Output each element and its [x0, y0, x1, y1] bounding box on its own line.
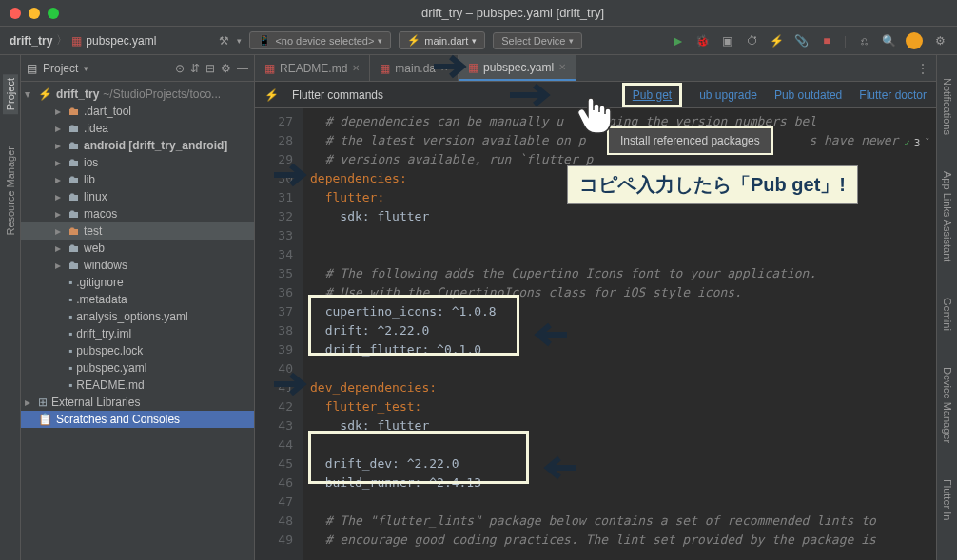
- close-tab-icon[interactable]: ✕: [440, 63, 448, 73]
- app-links-tab[interactable]: App Links Assistant: [940, 167, 955, 265]
- editor-tab[interactable]: ▦main.da✕: [370, 55, 459, 81]
- code-line[interactable]: drift_flutter: ^0.1.0: [310, 340, 936, 359]
- user-avatar[interactable]: [906, 32, 923, 49]
- tree-item[interactable]: ▸🖿linux: [21, 188, 254, 205]
- close-window-button[interactable]: [10, 8, 21, 19]
- code-line[interactable]: [310, 435, 936, 454]
- tree-item[interactable]: ▪pubspec.lock: [21, 342, 254, 359]
- code-line[interactable]: # Use with the CupertinoIcons class for …: [310, 283, 936, 302]
- tree-item[interactable]: ▸🖿web: [21, 240, 254, 257]
- analysis-badge[interactable]: ✓ 3 ˇ: [904, 137, 930, 149]
- attach-button[interactable]: 📎: [794, 33, 810, 48]
- code-line[interactable]: sdk: flutter: [310, 416, 936, 435]
- device-manager-tab[interactable]: Device Manager: [940, 363, 955, 447]
- pub-get-button[interactable]: Pub get: [622, 83, 682, 107]
- run-button[interactable]: ▶: [671, 33, 686, 48]
- line-number: 39: [255, 340, 293, 359]
- check-icon: ✓: [904, 137, 910, 149]
- tree-item[interactable]: ▸🖿macos: [21, 205, 254, 222]
- tooltip-text: Install referenced packages: [620, 134, 760, 147]
- code-line[interactable]: flutter_test:: [310, 397, 936, 416]
- line-number: 48: [255, 512, 293, 531]
- tree-item[interactable]: ▪.metadata: [21, 291, 254, 308]
- folder-icon: 🖿: [68, 105, 80, 118]
- expand-all-icon[interactable]: ⇵: [190, 62, 200, 75]
- maximize-window-button[interactable]: [48, 8, 59, 19]
- code-line[interactable]: build_runner: ^2.4.13: [310, 473, 936, 492]
- notifications-tab[interactable]: Notifications: [940, 74, 955, 139]
- tree-item[interactable]: ▪analysis_options.yaml: [21, 308, 254, 325]
- search-button[interactable]: 🔍: [881, 33, 896, 48]
- code-line[interactable]: dev_dependencies:: [310, 378, 936, 397]
- code-line[interactable]: # The "flutter_lints" package below cont…: [310, 512, 936, 531]
- gemini-tab[interactable]: Gemini: [940, 294, 955, 335]
- project-view-mode[interactable]: Project: [43, 62, 78, 75]
- code-line[interactable]: # encourage good coding practices. The l…: [310, 531, 936, 550]
- code-line[interactable]: drift_dev: ^2.22.0: [310, 454, 936, 473]
- hide-icon[interactable]: —: [237, 62, 248, 75]
- chevron-down-icon[interactable]: ▾: [84, 64, 88, 73]
- settings-icon[interactable]: ⚙: [221, 62, 231, 75]
- tree-item[interactable]: ▪.gitignore: [21, 274, 254, 291]
- code-line[interactable]: sdk: flutter: [310, 207, 936, 226]
- close-tab-icon[interactable]: ✕: [558, 62, 566, 72]
- line-number: 45: [255, 454, 293, 473]
- tree-item[interactable]: ▸🖿.idea: [21, 120, 254, 137]
- code-line[interactable]: [310, 359, 936, 378]
- file-icon: ▦: [264, 62, 275, 75]
- device-selector[interactable]: 📱 <no device selected> ▾: [249, 31, 391, 49]
- tree-item[interactable]: ▪drift_try.iml: [21, 325, 254, 342]
- select-device-dropdown[interactable]: Select Device ▾: [493, 32, 582, 49]
- tree-item[interactable]: ▸🖿lib: [21, 171, 254, 188]
- flutter-doctor-button[interactable]: Flutter doctor: [859, 88, 927, 102]
- tree-item[interactable]: ▸🖿test: [21, 222, 254, 240]
- tree-item[interactable]: ▸🖿ios: [21, 154, 254, 171]
- run-config-selector[interactable]: ⚡ main.dart ▾: [399, 31, 485, 49]
- editor-tab[interactable]: ▦README.md✕: [255, 55, 370, 81]
- breadcrumb-file[interactable]: pubspec.yaml: [86, 34, 156, 48]
- chevron-down-icon[interactable]: ▾: [237, 36, 242, 46]
- vcs-button[interactable]: ⎌: [856, 33, 871, 48]
- tree-item[interactable]: ▸🖿.dart_tool: [21, 103, 254, 120]
- code-line[interactable]: [310, 245, 936, 264]
- tree-item[interactable]: ▸🖿windows: [21, 257, 254, 274]
- hammer-icon[interactable]: ⚒: [219, 34, 229, 48]
- breadcrumb-project[interactable]: drift_try: [10, 34, 52, 48]
- settings-button[interactable]: ⚙: [932, 33, 947, 48]
- flutter-inspector-tab[interactable]: Flutter In: [940, 475, 955, 524]
- chevron-right-icon: ▸: [55, 139, 65, 152]
- tooltip: Install referenced packages: [607, 126, 773, 155]
- line-number: 46: [255, 473, 293, 492]
- external-libraries-label: External Libraries: [51, 396, 140, 409]
- profile-button[interactable]: ⏱: [745, 33, 760, 48]
- tree-root[interactable]: ▾ ⚡ drift_try ~/StudioProjects/toco...: [21, 86, 254, 103]
- debug-button[interactable]: 🐞: [695, 33, 711, 48]
- code-line[interactable]: # The following adds the Cupertino Icons…: [310, 264, 936, 283]
- tabs-menu-icon[interactable]: ⋮: [909, 62, 936, 75]
- code-line[interactable]: drift: ^2.22.0: [310, 321, 936, 340]
- tree-item-label: pubspec.lock: [76, 344, 143, 357]
- code-line[interactable]: [310, 226, 936, 245]
- close-tab-icon[interactable]: ✕: [352, 63, 360, 73]
- code-line[interactable]: cupertino_icons: ^1.0.8: [310, 302, 936, 321]
- project-tool-tab[interactable]: Project: [3, 74, 18, 114]
- tree-item[interactable]: ▪README.md: [21, 377, 254, 394]
- external-libraries[interactable]: ▸ ⊞ External Libraries: [21, 394, 254, 411]
- code-line[interactable]: [310, 492, 936, 512]
- tree-item[interactable]: ▸🖿android [drift_try_android]: [21, 137, 254, 154]
- breadcrumb[interactable]: drift_try 〉 ▦ pubspec.yaml: [10, 32, 156, 48]
- file-icon: ▪: [68, 344, 72, 357]
- hot-reload-button[interactable]: ⚡: [770, 33, 785, 48]
- pub-outdated-button[interactable]: Pub outdated: [774, 88, 842, 102]
- line-number: 33: [255, 226, 293, 245]
- minimize-window-button[interactable]: [29, 8, 40, 19]
- pub-upgrade-button[interactable]: ub upgrade: [699, 88, 757, 102]
- coverage-button[interactable]: ▣: [720, 33, 735, 48]
- stop-button[interactable]: ■: [819, 33, 834, 48]
- resource-manager-tab[interactable]: Resource Manager: [3, 143, 18, 240]
- select-opened-file-icon[interactable]: ⊙: [175, 62, 185, 75]
- editor-tab[interactable]: ▦pubspec.yaml✕: [459, 55, 576, 81]
- collapse-all-icon[interactable]: ⊟: [205, 62, 215, 75]
- scratches-and-consoles[interactable]: 📋 Scratches and Consoles: [21, 411, 254, 428]
- tree-item[interactable]: ▪pubspec.yaml: [21, 359, 254, 377]
